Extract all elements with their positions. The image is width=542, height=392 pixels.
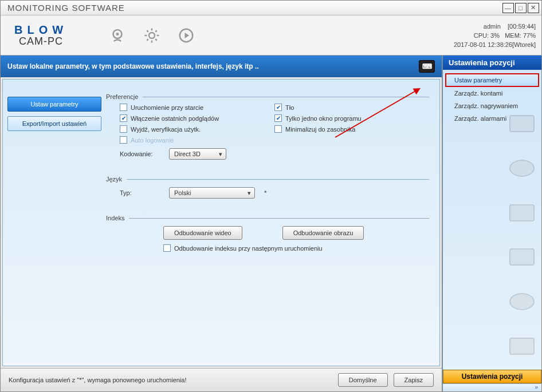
label-startup: Uruchomienie przy starcie <box>131 104 203 111</box>
settings-form: Preferencje Uruchomienie przy starcie Tł… <box>106 80 439 366</box>
checkbox-one-window[interactable] <box>274 114 282 122</box>
gear-icon[interactable] <box>142 26 162 45</box>
label-exit-verify: Wyjdź, weryfikacja użytk. <box>131 126 201 133</box>
checkbox-minimize-tray[interactable] <box>274 125 282 133</box>
right-panel: Ustawienia pozycji Ustaw parametry Zarzą… <box>442 56 541 391</box>
status-mem: 77% <box>523 32 536 39</box>
status-user: admin <box>484 23 501 30</box>
checkbox-last-previews[interactable] <box>120 114 127 122</box>
checkbox-exit-verify[interactable] <box>120 125 127 133</box>
header-status: admin [00:59:44] CPU: 3% MEM: 77% 2017-0… <box>454 22 536 49</box>
rebuild-video-button[interactable]: Odbudowanie wideo <box>163 226 242 240</box>
section-preferences-label: Preferencje <box>106 93 138 100</box>
right-item-recording[interactable]: Zarządz. nagrywaniem <box>445 100 539 112</box>
label-last-previews: Włączenie ostatnich podglądów <box>131 115 219 122</box>
settings-subheader: Ustaw lokalne parametry, w tym podstawow… <box>1 56 442 77</box>
status-uptime: [00:59:44] <box>508 23 536 30</box>
status-datetime: 2017-08-01 12:38:26[Wtorek] <box>454 40 536 49</box>
right-panel-bottom-tab[interactable]: Ustawienia pozycji <box>443 370 541 383</box>
right-item-alarms[interactable]: Zarządz. alarmami <box>445 112 539 125</box>
checkbox-rebuild-next[interactable] <box>163 244 171 252</box>
right-panel-expand[interactable]: » <box>443 383 541 391</box>
bottom-note: Konfiguracja ustawień z "*", wymaga pono… <box>9 377 187 383</box>
settings-tabs: Ustaw parametry Export/Import ustawień <box>3 80 106 366</box>
status-mem-label: MEM: <box>505 32 521 39</box>
rebuild-image-button[interactable]: Odbudowanie obrazu <box>282 226 364 240</box>
label-encoding: Kodowanie: <box>120 151 162 157</box>
defaults-button[interactable]: Domyślne <box>338 373 388 387</box>
app-header: BLOW CAM-PC admin [00:59:44] CPU: 3% MEM… <box>1 15 541 56</box>
section-preferences: Preferencje <box>106 93 429 100</box>
label-background: Tło <box>285 104 294 111</box>
right-item-set-parameters[interactable]: Ustaw parametry <box>445 73 539 87</box>
right-panel-items: Ustaw parametry Zarządz. kontami Zarządz… <box>443 70 541 128</box>
combo-encoding[interactable]: Direct 3D <box>169 148 226 160</box>
checkbox-startup[interactable] <box>120 104 127 111</box>
section-language-label: Język <box>106 176 122 183</box>
checkbox-background[interactable] <box>274 104 282 111</box>
tab-set-parameters[interactable]: Ustaw parametry <box>7 97 101 112</box>
svg-point-1 <box>116 33 119 35</box>
settings-subheader-text: Ustaw lokalne parametry, w tym podstawow… <box>7 62 259 70</box>
label-rebuild-next: Odbudowanie indeksu przy następnym uruch… <box>174 245 323 252</box>
status-cpu-label: CPU: <box>474 32 489 39</box>
close-button[interactable]: ✕ <box>528 3 539 13</box>
header-icons <box>108 26 196 45</box>
right-panel-header: Ustawienia pozycji <box>443 56 541 70</box>
minimize-button[interactable]: — <box>502 3 514 13</box>
bottom-bar: Konfiguracja ustawień z "*", wymaga pono… <box>1 368 442 391</box>
section-index-label: Indeks <box>106 215 124 221</box>
tab-export-import[interactable]: Export/Import ustawień <box>7 116 101 131</box>
combo-language[interactable]: Polski <box>169 187 255 199</box>
restart-required-star: * <box>264 189 266 196</box>
camera-icon[interactable] <box>108 26 127 45</box>
label-auto-login: Auto logowanie <box>131 137 174 144</box>
play-icon[interactable] <box>176 26 196 45</box>
label-one-window: Tylko jedno okno programu <box>285 115 362 122</box>
window-titlebar: MONITORING SOFTWARE — □ ✕ <box>1 1 541 15</box>
logo-text: BLOW <box>14 23 68 37</box>
logo: BLOW CAM-PC <box>14 23 68 47</box>
svg-point-2 <box>149 33 155 38</box>
status-cpu: 3% <box>490 32 500 39</box>
section-language: Język <box>106 176 429 183</box>
keyboard-icon[interactable]: ⌨ <box>419 60 435 73</box>
logo-subtitle: CAM-PC <box>19 35 63 47</box>
maximize-button[interactable]: □ <box>515 3 527 13</box>
save-button[interactable]: Zapisz <box>394 373 434 387</box>
window-title: MONITORING SOFTWARE <box>7 3 125 13</box>
right-item-accounts[interactable]: Zarządz. kontami <box>445 87 539 100</box>
label-lang-type: Typ: <box>120 189 162 196</box>
section-index: Indeks <box>106 215 429 221</box>
checkbox-auto-login <box>120 136 127 144</box>
